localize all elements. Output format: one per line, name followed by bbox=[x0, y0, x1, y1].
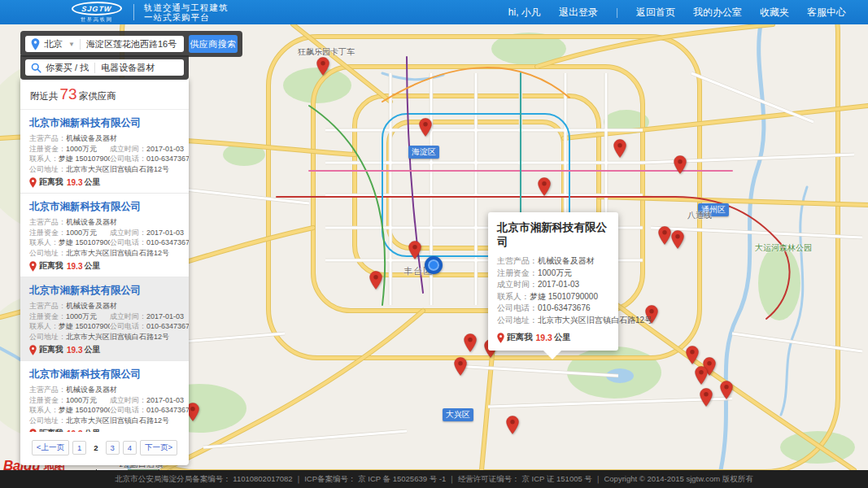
supplier-pin[interactable] bbox=[408, 241, 421, 263]
page-button[interactable]: 4 bbox=[123, 441, 137, 455]
map-label: 八通线 bbox=[687, 210, 712, 221]
supplier-list-item[interactable]: 北京市湘新科技有限公司 主营产品：机械设备及器材 注册资金：1000万元 成立时… bbox=[20, 277, 189, 361]
city-selector[interactable]: 北京 bbox=[44, 38, 63, 50]
popup-supplier-name[interactable]: 北京市湘新科技有限公司 bbox=[497, 220, 609, 250]
supplier-pin[interactable] bbox=[720, 381, 733, 403]
distance-row: 距离我19.3公里 bbox=[29, 260, 180, 272]
header-menu: hi, 小凡 退出登录 | 返回首页 我的办公室 收藏夹 客服中心 bbox=[491, 6, 846, 20]
supplier-list-item[interactable]: 北京市湘新科技有限公司 主营产品：机械设备及器材 注册资金：1000万元 成立时… bbox=[20, 361, 189, 432]
results-count-header: 附近共73家供应商 bbox=[20, 78, 189, 110]
search-panel: 北京 ▼ 供应商搜索 你要买 / 找 bbox=[20, 31, 242, 80]
map-label: 狂飙乐园卡丁车 bbox=[298, 46, 355, 58]
keyword-input[interactable] bbox=[101, 63, 178, 72]
search-icon bbox=[31, 63, 41, 73]
keyword-input-box: 你要买 / 找 bbox=[25, 59, 184, 76]
site-tagline: 轨道交通与工程建筑 一站式采购平台 bbox=[144, 2, 229, 22]
menu-divider: | bbox=[616, 7, 618, 18]
chevron-down-icon[interactable]: ▼ bbox=[68, 41, 75, 48]
supplier-name-link[interactable]: 北京市湘新科技有限公司 bbox=[29, 116, 180, 130]
distance-row: 距离我19.3公里 bbox=[29, 176, 180, 188]
header-divider bbox=[133, 4, 134, 20]
supplier-search-button[interactable]: 供应商搜索 bbox=[189, 35, 238, 53]
distance-row: 距离我19.3公里 bbox=[29, 344, 180, 355]
supplier-pin[interactable] bbox=[695, 366, 708, 388]
logout-link[interactable]: 退出登录 bbox=[559, 6, 598, 20]
supplier-pin[interactable] bbox=[369, 271, 382, 293]
app-window: SJGTW 世界高铁网 轨道交通与工程建筑 一站式采购平台 hi, 小凡 退出登… bbox=[0, 0, 868, 488]
supplier-name-link[interactable]: 北京市湘新科技有限公司 bbox=[29, 200, 180, 214]
menu-favorites-link[interactable]: 收藏夹 bbox=[760, 6, 789, 20]
map-label: 大兴区 bbox=[443, 408, 473, 421]
find-label: 你要买 / 找 bbox=[46, 62, 89, 74]
menu-home-link[interactable]: 返回首页 bbox=[636, 6, 675, 20]
supplier-pin[interactable] bbox=[464, 333, 477, 355]
supplier-pin[interactable] bbox=[674, 155, 687, 177]
supplier-pin[interactable] bbox=[613, 139, 626, 161]
supplier-pin[interactable] bbox=[506, 416, 519, 438]
supplier-name-link[interactable]: 北京市湘新科技有限公司 bbox=[29, 368, 180, 381]
popup-detail-line: 联系人：梦婕 15010790000 bbox=[497, 291, 609, 303]
current-location-marker[interactable] bbox=[425, 256, 443, 274]
top-header: SJGTW 世界高铁网 轨道交通与工程建筑 一站式采购平台 hi, 小凡 退出登… bbox=[0, 0, 868, 24]
map-label: 海淀区 bbox=[408, 146, 439, 159]
supplier-list: 北京市湘新科技有限公司 主营产品：机械设备及器材 注册资金：1000万元 成立时… bbox=[20, 110, 189, 432]
keyword-search-row: 你要买 / 找 bbox=[20, 55, 189, 80]
supplier-pin[interactable] bbox=[538, 177, 551, 199]
user-greeting: hi, 小凡 bbox=[508, 6, 541, 20]
input-divider bbox=[80, 39, 81, 50]
popup-detail-line: 主营产品：机械设备及器材 bbox=[497, 255, 609, 268]
menu-office-link[interactable]: 我的办公室 bbox=[693, 6, 742, 20]
map-label: 大运河森林公园 bbox=[755, 242, 812, 254]
supplier-list-item[interactable]: 北京市湘新科技有限公司 主营产品：机械设备及器材 注册资金：1000万元 成立时… bbox=[20, 194, 189, 277]
results-panel: 附近共73家供应商 北京市湘新科技有限公司 主营产品：机械设备及器材 注册资金：… bbox=[20, 78, 189, 465]
supplier-pin[interactable] bbox=[686, 346, 699, 368]
location-search-row: 北京 ▼ 供应商搜索 bbox=[20, 31, 242, 57]
supplier-pin[interactable] bbox=[316, 57, 329, 79]
results-count: 73 bbox=[60, 85, 77, 102]
supplier-pin[interactable] bbox=[700, 388, 713, 410]
page-button[interactable]: 1 bbox=[72, 441, 86, 455]
popup-detail-line: 公司地址：北京市大兴区旧宫镇白石路12号 bbox=[497, 315, 609, 327]
distance-pin-icon bbox=[29, 261, 37, 272]
footer-record-text: 北京市公安局海淀分局备案编号： 11010802017082 ｜ ICP备案编号… bbox=[115, 474, 753, 483]
distance-pin-icon bbox=[497, 333, 504, 343]
page-button: 2 bbox=[89, 442, 102, 454]
map-info-popup[interactable]: 北京市湘新科技有限公司 主营产品：机械设备及器材注册资金：1000万元成立时间：… bbox=[488, 212, 618, 351]
address-input[interactable] bbox=[86, 39, 178, 49]
supplier-pin[interactable] bbox=[454, 357, 467, 379]
popup-detail-line: 成立时间：2017-01-03 bbox=[497, 279, 609, 291]
site-logo[interactable]: SJGTW 世界高铁网 bbox=[72, 2, 122, 24]
supplier-list-item[interactable]: 北京市湘新科技有限公司 主营产品：机械设备及器材 注册资金：1000万元 成立时… bbox=[20, 110, 189, 194]
pagination: <上一页1234下一页> bbox=[20, 432, 189, 465]
distance-pin-icon bbox=[29, 177, 37, 188]
popup-distance: 距离我 19.3 公里 bbox=[497, 332, 609, 343]
logo-oval: SJGTW bbox=[71, 2, 123, 15]
input-divider bbox=[94, 63, 95, 73]
popup-detail-line: 公司电话：010-63473676 bbox=[497, 303, 609, 315]
footer-bar: 北京市公安局海淀分局备案编号： 11010802017082 ｜ ICP备案编号… bbox=[0, 470, 868, 488]
page-button[interactable]: 下一页> bbox=[140, 440, 177, 455]
location-input-box: 北京 ▼ bbox=[25, 36, 184, 52]
distance-pin-icon bbox=[29, 345, 37, 355]
supplier-name-link[interactable]: 北京市湘新科技有限公司 bbox=[29, 284, 180, 298]
popup-detail-line: 注册资金：1000万元 bbox=[497, 268, 609, 280]
supplier-pin[interactable] bbox=[419, 118, 432, 140]
menu-service-link[interactable]: 客服中心 bbox=[807, 6, 846, 20]
page-button[interactable]: <上一页 bbox=[32, 440, 69, 455]
supplier-pin[interactable] bbox=[658, 226, 671, 248]
page-button[interactable]: 3 bbox=[106, 441, 120, 455]
supplier-pin[interactable] bbox=[671, 230, 684, 252]
map-pin-icon bbox=[31, 38, 40, 50]
